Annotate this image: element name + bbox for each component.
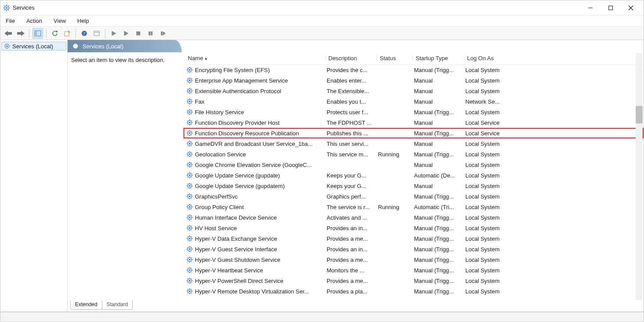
menu-file[interactable]: File [3,17,18,25]
description-pane: Select an item to view its description. [68,52,183,301]
svg-line-43 [191,72,192,72]
svg-point-117 [189,153,190,155]
service-logon: Local System [463,224,644,232]
svg-line-123 [191,156,192,157]
service-name: Hyper-V Remote Desktop Virtualization Se… [195,288,309,295]
service-status [375,101,411,102]
service-status: Running [375,150,411,159]
gear-icon [186,98,193,105]
service-row[interactable]: Enterprise App Management ServiceEnables… [183,75,644,86]
close-button[interactable] [621,1,641,14]
service-row[interactable]: HV Host ServiceProvides an in...Manual (… [183,223,644,233]
svg-line-165 [187,198,188,199]
service-logon: Local System [463,192,644,201]
service-row[interactable]: Google Chrome Elevation Service (GoogleC… [183,159,644,170]
service-row[interactable]: Group Policy ClientThe service is r...Ru… [183,202,644,212]
start-service-button[interactable] [108,28,119,39]
export-list-button[interactable] [62,28,72,39]
rows-container[interactable]: Encrypting File System (EFS)Provides the… [183,65,644,301]
service-name-cell: Hyper-V Guest Shutdown Service [183,255,324,264]
service-name: File History Service [195,109,244,116]
service-row[interactable]: Hyper-V Remote Desktop Virtualization Se… [183,286,644,297]
col-status[interactable]: Status [377,54,413,62]
svg-rect-11 [609,6,613,10]
svg-line-175 [187,209,188,210]
service-row[interactable]: Google Update Service (gupdatem)Keeps yo… [183,181,644,191]
menu-view[interactable]: View [51,17,68,25]
service-name-cell: Function Discovery Provider Host [183,118,324,127]
service-row[interactable]: Hyper-V PowerShell Direct ServiceProvide… [183,275,644,286]
svg-line-72 [187,99,188,100]
service-description: Provides a me... [324,256,375,264]
console-tree[interactable]: Services (Local) [0,40,68,311]
properties-button[interactable] [91,28,102,39]
service-status [375,238,411,239]
help-button[interactable]: ? [79,28,90,39]
service-name-cell: Hyper-V Guest Service Interface [183,245,324,253]
service-row[interactable]: Human Interface Device ServiceActivates … [183,212,644,223]
tree-item-services-local[interactable]: Services (Local) [1,42,66,51]
gear-icon [186,87,193,94]
stop-service-button[interactable] [133,28,144,39]
service-row[interactable]: Geolocation ServiceThis service m...Runn… [183,149,644,159]
svg-line-164 [191,194,192,195]
service-row[interactable]: Encrypting File System (EFS)Provides the… [183,65,644,75]
svg-point-177 [189,217,190,218]
nav-forward-button[interactable] [15,28,26,39]
service-row[interactable]: Function Discovery Provider HostThe FDPH… [183,117,644,128]
minimize-button[interactable] [580,1,601,14]
gear-icon [186,161,193,168]
service-name-cell: Hyper-V Remote Desktop Virtualization Se… [183,287,324,296]
menu-help[interactable]: Help [75,17,92,25]
service-logon: Local System [463,76,644,85]
service-name: HV Host Service [195,225,237,232]
service-row[interactable]: FaxEnables you t...ManualNetwork Se... [183,96,644,107]
gear-icon [186,288,193,295]
svg-point-97 [189,132,190,134]
col-startup[interactable]: Startup Type [413,54,464,62]
pause-service-button[interactable] [145,28,156,39]
svg-line-95 [187,124,188,125]
start-service-button-2[interactable] [121,28,131,39]
restart-service-button[interactable] [158,28,168,39]
svg-line-195 [187,230,188,231]
col-description[interactable]: Description [326,54,377,62]
service-row[interactable]: Extensible Authentication ProtocolThe Ex… [183,86,644,96]
menu-action[interactable]: Action [24,17,45,25]
svg-line-54 [191,78,192,79]
service-row[interactable]: Function Discovery Resource PublicationP… [183,128,644,138]
col-name[interactable]: Name▲ [185,54,326,62]
service-row[interactable]: Hyper-V Guest Service InterfaceProvides … [183,244,644,254]
service-row[interactable]: GameDVR and Broadcast User Service_1ba..… [183,138,644,149]
svg-line-83 [191,114,192,115]
show-hide-console-tree-button[interactable] [32,28,43,39]
service-row[interactable]: Hyper-V Data Exchange ServiceProvides a … [183,233,644,244]
service-row[interactable]: Hyper-V Guest Shutdown ServiceProvides a… [183,254,644,265]
svg-marker-25 [112,31,116,36]
service-startup: Manual (Trigg... [411,108,463,116]
svg-line-74 [191,99,192,100]
svg-line-185 [187,219,188,220]
refresh-button[interactable] [50,28,60,39]
service-status [375,132,411,134]
svg-point-237 [189,280,190,281]
tab-standard[interactable]: Standard [102,300,133,310]
vertical-scrollbar[interactable] [636,53,643,300]
svg-line-184 [191,215,192,216]
nav-back-button[interactable] [3,28,14,39]
col-logon[interactable]: Log On As [464,54,642,62]
service-name-cell: Google Chrome Elevation Service (GoogleC… [183,160,324,169]
service-row[interactable]: File History ServiceProtects user f...Ma… [183,107,644,117]
service-row[interactable]: Hyper-V Heartbeat ServiceMonitors the ..… [183,265,644,275]
service-row[interactable]: GraphicsPerfSvcGraphics perf...Manual (T… [183,191,644,202]
service-row[interactable]: Google Update Service (gupdate)Keeps you… [183,170,644,181]
toolbar-separator [76,29,76,38]
svg-line-122 [187,152,188,153]
service-logon: Local System [463,87,644,95]
svg-line-113 [191,145,192,146]
tab-extended[interactable]: Extended [70,300,102,310]
svg-line-183 [191,219,192,220]
maximize-button[interactable] [601,1,621,14]
gear-icon [186,130,193,137]
service-logon: Local System [463,277,644,285]
